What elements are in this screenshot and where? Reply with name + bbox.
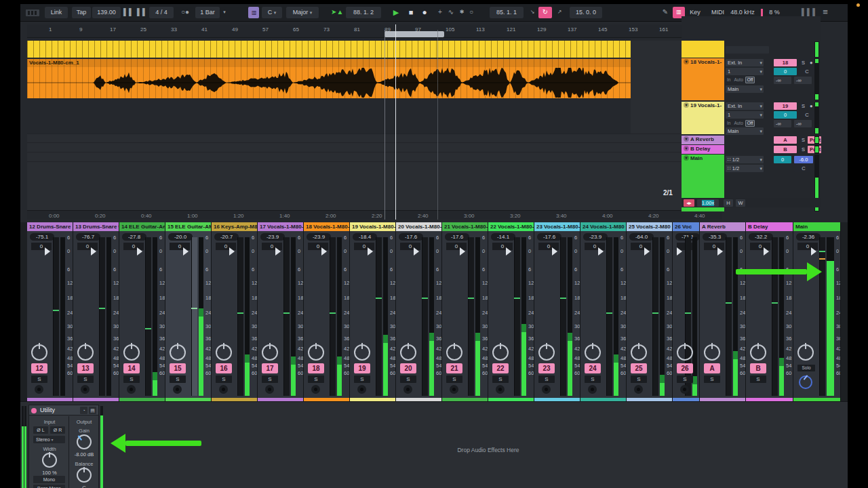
track-activator-button[interactable]: 13 [77,363,94,373]
volume-fader-track[interactable] [53,237,59,396]
mixer-strip-25[interactable]: 25 Vocals-2-M80-64.006061218243036424854… [627,222,673,401]
solo-button[interactable]: S [262,375,278,383]
cue-volume-knob[interactable] [799,375,812,389]
input-type-select[interactable]: Ext. In▾ [726,59,764,66]
send-b-value[interactable]: -∞ [794,77,812,84]
volume-fader-track[interactable] [560,237,566,396]
arm-button[interactable] [173,385,182,394]
volume-fader-handle[interactable] [99,308,105,309]
draw-mode-icon[interactable]: ✎ [660,7,670,18]
fold-icon[interactable]: ▾ [684,102,689,108]
volume-fader-handle[interactable] [772,302,778,304]
track-name[interactable]: ▾A Reverb [682,136,724,144]
peak-level-value[interactable]: -17.6 [537,233,561,241]
monitor-off[interactable]: Off [745,120,755,127]
mixer-strip-13[interactable]: 13 Drums-Snare t-76.70606121824303642485… [73,222,119,401]
loop-start-field[interactable]: 85. 1. 1 [490,7,524,18]
volume-fader-track[interactable] [606,237,612,396]
audio-clip-1[interactable]: Vocals-1-M80-cm_1 [27,59,631,98]
volume-fader-handle[interactable] [422,298,428,299]
quantize-dropdown-icon[interactable]: ▾ [221,7,228,18]
fixed-height-button[interactable]: H [724,199,733,207]
peak-level-value[interactable]: -75.1 [30,233,54,241]
track-activator-button[interactable]: 24 [585,363,601,373]
volume-fader-handle[interactable] [330,312,336,314]
fold-icon[interactable]: ▾ [684,136,689,142]
scale-root-menu[interactable]: C ▾ [262,7,282,18]
solo-button[interactable]: S [585,375,601,383]
solo-button[interactable]: S [123,375,140,383]
punch-out-icon[interactable]: ↗ [555,7,564,18]
track-row-18-vocals-1-[interactable]: ▾18 Vocals-1-Ext. In▾1▾InAutoOffMain▾18S… [682,58,821,100]
record-button[interactable]: ● [419,7,430,18]
track-activator-button[interactable]: 17 [262,363,278,373]
peak-level-value[interactable]: -76.7 [76,233,100,241]
tap-tempo-button[interactable]: Tap [72,7,91,18]
solo-button[interactable]: S [631,375,647,383]
arm-button[interactable] [403,385,412,394]
hot-swap-icon[interactable]: ◔ [80,407,87,414]
balance-value[interactable]: C [70,485,98,488]
balance-knob[interactable] [77,468,92,483]
mixer-track-tab[interactable]: 17 Vocals-1-M80- [258,222,303,231]
mixer-strip-17[interactable]: 17 Vocals-1-M80--23.90606121824303642485… [258,222,304,401]
volume-fader-handle[interactable] [237,312,243,314]
solo-button[interactable]: S [492,375,509,383]
track-activator-button[interactable]: 16 [216,363,232,373]
monitor-off[interactable]: Off [745,77,755,83]
view-selector-icon[interactable] [26,9,39,16]
time-ruler[interactable]: 0:000:200:401:001:201:402:002:202:403:00… [27,210,722,220]
beat-time-ruler[interactable]: 1917253341495765738189971051131211291371… [27,24,702,38]
arm-button[interactable] [35,385,43,394]
solo-button[interactable]: S [677,375,693,383]
track-number-button[interactable]: 18 [774,59,797,66]
mixer-strip-a[interactable]: A Reverb-35.30606121824303642485460AS [700,222,746,401]
volume-fader-track[interactable] [99,237,105,396]
arm-button[interactable] [311,385,320,394]
mixer-track-tab[interactable]: 25 Vocals-2-M80 [627,222,672,231]
volume-fader-track[interactable] [283,237,290,396]
pan-value[interactable]: 0 [774,68,797,75]
pan-knob[interactable] [354,344,370,361]
pan-knob[interactable] [31,344,47,361]
mixer-track-tab[interactable]: 24 Vocals-1-M80 [580,222,626,231]
track-activator-button[interactable]: 22 [492,363,509,373]
send-a-value[interactable]: -∞ [774,120,791,127]
pan-knob[interactable] [585,344,601,361]
time-signature-field[interactable]: 4 / 4 [149,7,174,18]
pan-center-value[interactable]: C [800,68,814,75]
mixer-strip-24[interactable]: 24 Vocals-1-M80-23.906061218243036424854… [580,222,627,401]
track-activator-button[interactable]: B [750,363,766,373]
volume-fader-track[interactable] [376,237,382,396]
monitor-switch[interactable]: InAutoOff [726,77,755,83]
mixer-strip-12[interactable]: 12 Drums-Snare-75.1060612182430364248546… [27,222,73,401]
channel-mode-select[interactable]: Stereo ▾ [33,436,65,443]
pan-knob[interactable] [262,344,278,361]
arm-button[interactable] [542,385,551,394]
input-channel-select[interactable]: 1▾ [726,68,764,75]
track-activator-button[interactable]: A [704,363,720,373]
pan-value[interactable]: 0 [774,111,797,119]
output-select[interactable]: Main▾ [726,85,764,93]
capture-midi-icon[interactable]: ○ [467,7,476,18]
mixer-strip-23[interactable]: 23 Vocals-1-M80--17.60606121824303642485… [534,222,580,401]
arm-button[interactable] [634,385,643,394]
pan-center-value[interactable]: C [800,111,814,119]
volume-fader-handle[interactable] [468,298,474,299]
pan-knob[interactable] [797,344,814,361]
volume-fader-track[interactable] [145,237,151,396]
mixer-track-tab[interactable]: 19 Vocals-1-M80- [350,222,395,231]
return-letter-button[interactable]: A [774,136,797,144]
track-activator-button[interactable]: 15 [170,363,186,373]
overdub-icon[interactable]: + [435,7,445,18]
arm-button[interactable] [680,385,689,394]
peak-level-value[interactable]: -35.3 [703,233,727,241]
back-to-arrangement-button[interactable]: ◂▸ [684,199,694,207]
mixer-track-tab[interactable]: 15 ELE Guitar-AM [165,222,211,231]
arm-button[interactable] [357,385,366,394]
mixer-strip-16[interactable]: 16 Keys-Amp-M8-20.7060612182430364248546… [212,222,258,401]
mixer-track-tab[interactable]: 12 Drums-Snare [27,222,73,231]
width-value[interactable]: 100 % [36,470,63,476]
mixer-strip-15[interactable]: 15 ELE Guitar-AM-20.00606121824303642485… [165,222,212,401]
volume-fader-handle[interactable] [53,310,59,311]
